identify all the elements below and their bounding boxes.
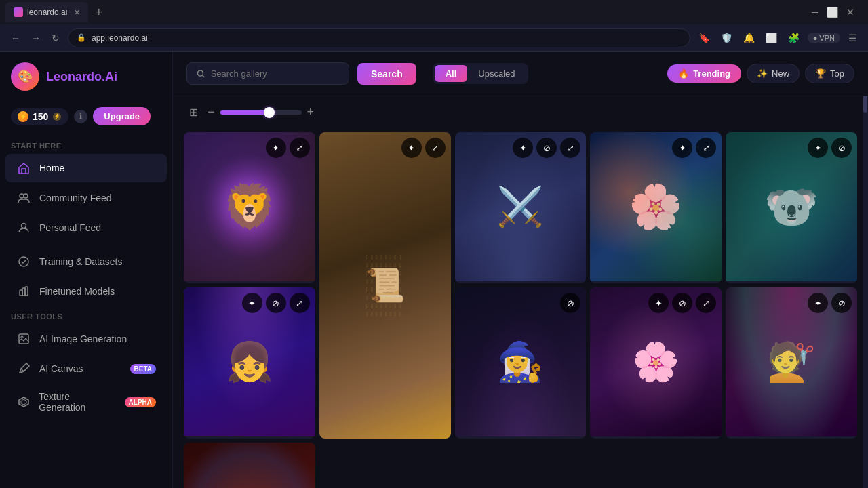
sidebar-item-finetuned-label: Finetuned Models (39, 286, 115, 297)
alpha-badge: ALPHA (125, 397, 156, 407)
extensions-icon[interactable]: 🧩 (785, 30, 802, 46)
sidebar-item-ai-image[interactable]: AI Image Generation (5, 325, 167, 353)
magic-btn-6[interactable]: ✦ (242, 293, 262, 313)
zoom-plus-btn[interactable]: + (307, 105, 315, 119)
sidebar-item-texture[interactable]: Texture Generation ALPHA (5, 384, 167, 420)
expand-btn-3[interactable]: ⤢ (560, 138, 580, 158)
sidebar-item-training[interactable]: Training & Datasets (5, 247, 167, 276)
sidebar-item-personal-feed[interactable]: Personal Feed (5, 214, 167, 242)
tab-favicon (14, 7, 23, 17)
svg-marker-10 (19, 397, 28, 407)
expand-btn-2[interactable]: ⤢ (425, 138, 446, 158)
grid-layout-btn[interactable]: ⊞ (186, 103, 201, 121)
tab-label: leonardo.ai (27, 7, 67, 17)
sidebar-item-personal-label: Personal Feed (39, 222, 101, 233)
gallery-item-6[interactable]: 👧 ✦ ⊘ ⤢ (184, 287, 315, 439)
filter-all-tab[interactable]: All (435, 65, 468, 82)
magic-btn-5[interactable]: ✦ (808, 138, 828, 158)
slash-btn-3[interactable]: ⊘ (536, 138, 557, 158)
gallery-item-5[interactable]: 🐨 ✦ ⊘ (726, 132, 857, 283)
community-icon (16, 190, 31, 205)
magic-btn-3[interactable]: ✦ (513, 138, 533, 158)
forward-btn[interactable]: → (28, 30, 43, 46)
slash-btn-5[interactable]: ⊘ (831, 138, 852, 158)
lock-icon: 🔒 (77, 33, 86, 42)
close-window-btn[interactable]: ✕ (846, 7, 854, 18)
magic-btn-4[interactable]: ✦ (672, 138, 692, 158)
gallery-controls: ⊞ − + (173, 96, 868, 128)
expand-btn-8[interactable]: ⤢ (696, 293, 716, 313)
svg-marker-11 (21, 399, 26, 405)
search-button[interactable]: Search (357, 63, 416, 85)
filter-upscaled-tab[interactable]: Upscaled (467, 65, 526, 82)
upgrade-button[interactable]: Upgrade (93, 107, 151, 125)
browser-actions: 🔖 🛡️ 🔔 ⬜ 🧩 ● VPN ☰ (696, 30, 860, 46)
search-input[interactable] (211, 68, 339, 79)
magic-btn-9[interactable]: ✦ (808, 293, 828, 313)
action-overlay-2: ✦ ⤢ (401, 138, 446, 158)
gallery-item-9[interactable]: 💇 ✦ ⊘ (726, 287, 857, 439)
gallery-item-7[interactable]: 🧙‍♀️ ⊘ (455, 287, 587, 439)
sidebar-item-community-feed[interactable]: Community Feed (5, 184, 167, 212)
sidebar-toggle[interactable]: ⬜ (763, 30, 780, 46)
expand-btn-4[interactable]: ⤢ (696, 138, 716, 158)
top-button[interactable]: 🏆 Top (805, 64, 854, 83)
address-bar[interactable]: 🔒 app.leonardo.ai (68, 28, 690, 47)
new-tab-button[interactable]: + (91, 5, 106, 20)
gallery-item-10[interactable]: 🌺 (184, 443, 315, 488)
new-button[interactable]: ✨ New (747, 64, 800, 83)
zoom-slider-container: − + (208, 105, 314, 119)
close-tab-btn[interactable]: ✕ (74, 8, 80, 17)
lightning-icon (52, 112, 62, 121)
slash-btn-7[interactable]: ⊘ (560, 293, 580, 313)
sidebar-item-community-label: Community Feed (39, 192, 112, 203)
magic-btn-1[interactable]: ✦ (266, 138, 286, 158)
scrollbar-track (863, 52, 868, 488)
magic-btn-2[interactable]: ✦ (401, 138, 422, 158)
brand-avatar: 🎨 (11, 62, 39, 91)
gallery-item-4[interactable]: 🌸 ✦ ⤢ (590, 132, 722, 283)
token-icon: ⚡ (18, 111, 28, 122)
shield-icon[interactable]: 🛡️ (718, 30, 735, 46)
gallery-item-1[interactable]: 🦁 ✦ ⤢ (184, 132, 315, 283)
slash-btn-9[interactable]: ⊘ (831, 293, 852, 313)
slash-btn-8[interactable]: ⊘ (672, 293, 692, 313)
maximize-btn[interactable]: ⬜ (827, 7, 838, 18)
gallery-grid: 🦁 ✦ ⤢ 📜 𓀀𓁀𓂀𓃀𓄀𓅀𓆀𓇀 𓈀𓉀𓊀𓋀𓌀𓍀𓎀𓏀 𓀀𓁀𓂀𓃀𓄀𓅀𓆀𓇀 (173, 128, 868, 488)
personal-icon (16, 220, 31, 235)
minimize-btn[interactable]: ─ (812, 7, 818, 18)
filter-tabs: All Upscaled (433, 63, 528, 84)
back-btn[interactable]: ← (8, 30, 23, 46)
browser-chrome: leonardo.ai ✕ + ─ ⬜ ✕ ← → ↻ 🔒 app.leonar… (0, 0, 868, 52)
search-box[interactable] (186, 62, 349, 85)
action-overlay-5: ✦ ⊘ (808, 138, 852, 158)
action-overlay-4: ✦ ⤢ (672, 138, 716, 158)
sidebar-item-home[interactable]: Home (5, 154, 167, 182)
user-tools-label: User Tools (0, 307, 172, 323)
gallery-item-2[interactable]: 📜 𓀀𓁀𓂀𓃀𓄀𓅀𓆀𓇀 𓈀𓉀𓊀𓋀𓌀𓍀𓎀𓏀 𓀀𓁀𓂀𓃀𓄀𓅀𓆀𓇀 𓈀𓉀𓊀𓋀𓌀𓍀𓎀𓏀 𓀀𓁀… (319, 132, 451, 439)
expand-btn-6[interactable]: ⤢ (290, 293, 310, 313)
sidebar-item-home-label: Home (39, 163, 64, 174)
trending-button[interactable]: 🔥 Trending (667, 64, 741, 83)
bookmark-icon[interactable]: 🔖 (696, 30, 713, 46)
gallery-item-3[interactable]: ⚔️ ✦ ⊘ ⤢ (455, 132, 587, 283)
alert-icon[interactable]: 🔔 (741, 30, 757, 46)
ai-image-icon (16, 331, 31, 346)
main-content: Search All Upscaled 🔥 Trending ✨ New 🏆 T… (173, 52, 868, 488)
zoom-slider[interactable] (220, 110, 302, 115)
refresh-btn[interactable]: ↻ (49, 30, 62, 46)
search-icon (197, 69, 205, 79)
texture-icon (16, 394, 31, 409)
gallery-item-8[interactable]: 🌸 ✦ ⊘ ⤢ (590, 287, 722, 439)
sidebar-item-ai-canvas[interactable]: AI Canvas BETA (5, 354, 167, 383)
sidebar-item-ai-image-label: AI Image Generation (39, 333, 127, 344)
sidebar-item-finetuned[interactable]: Finetuned Models (5, 277, 167, 306)
zoom-minus-btn[interactable]: − (208, 105, 215, 119)
menu-icon[interactable]: ☰ (846, 30, 860, 46)
info-btn[interactable]: ℹ (74, 110, 87, 123)
expand-btn-1[interactable]: ⤢ (290, 138, 310, 158)
magic-btn-8[interactable]: ✦ (648, 293, 669, 313)
brand-name: Leonardo.Ai (46, 70, 117, 84)
slash-btn-6[interactable]: ⊘ (266, 293, 286, 313)
active-tab[interactable]: leonardo.ai ✕ (5, 2, 88, 22)
